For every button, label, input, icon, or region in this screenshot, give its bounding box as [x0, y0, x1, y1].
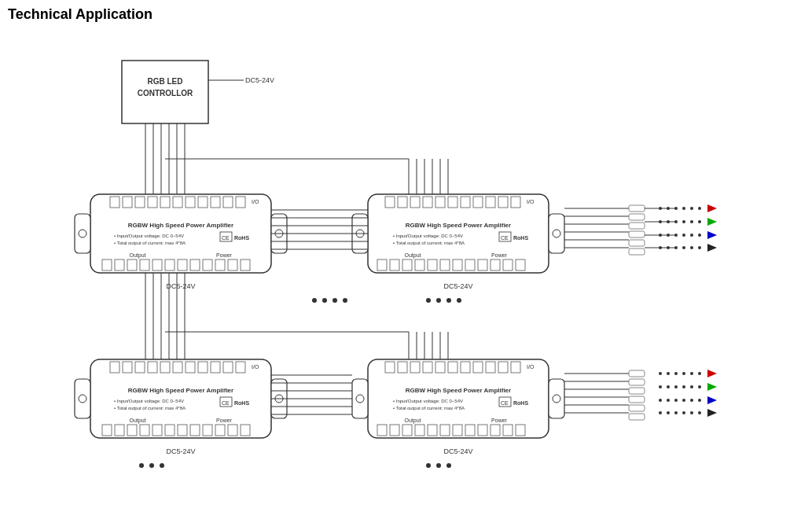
svg-point-96 [446, 298, 451, 303]
svg-rect-214 [473, 362, 483, 373]
svg-rect-45 [127, 259, 137, 271]
svg-point-292 [343, 298, 347, 303]
svg-point-114 [682, 207, 685, 210]
svg-point-257 [674, 372, 678, 375]
svg-point-129 [674, 234, 678, 237]
svg-text:I/O: I/O [527, 364, 535, 370]
svg-point-97 [457, 298, 461, 303]
svg-text:Output: Output [404, 418, 421, 424]
diagram-area: RGB LED CONTROLLOR DC5-24V I/O RGBW High… [0, 29, 812, 530]
svg-rect-85 [428, 259, 437, 271]
svg-rect-187 [115, 425, 124, 436]
svg-rect-174 [211, 362, 220, 373]
svg-text:I/O: I/O [252, 364, 259, 370]
svg-rect-51 [203, 259, 212, 271]
svg-point-116 [698, 207, 701, 210]
svg-point-139 [690, 246, 693, 249]
svg-point-264 [674, 385, 678, 388]
svg-rect-191 [165, 425, 175, 436]
svg-rect-107 [629, 231, 645, 237]
svg-point-123 [690, 220, 693, 223]
svg-text:Power: Power [216, 252, 233, 258]
svg-rect-217 [511, 362, 520, 373]
svg-rect-195 [215, 425, 225, 436]
svg-marker-141 [707, 244, 717, 252]
svg-point-111 [659, 207, 662, 210]
svg-point-127 [659, 234, 662, 237]
svg-point-276 [659, 411, 662, 414]
svg-text:• Total output of current: max: • Total output of current: max 4*8A [393, 406, 465, 410]
svg-text:CE: CE [222, 235, 230, 241]
svg-rect-86 [440, 259, 450, 271]
svg-rect-30 [198, 197, 208, 208]
svg-text:• Input/Output voltage: DC 0~5: • Input/Output voltage: DC 0~54V [393, 399, 463, 403]
svg-point-263 [667, 385, 670, 388]
svg-rect-46 [140, 259, 149, 271]
svg-point-95 [436, 298, 441, 303]
svg-text:RGB LED: RGB LED [148, 77, 183, 86]
svg-rect-82 [390, 259, 399, 271]
svg-point-262 [659, 385, 662, 388]
svg-rect-235 [478, 425, 487, 436]
svg-text:• Input/Output voltage: DC 0~5: • Input/Output voltage: DC 0~54V [114, 399, 184, 403]
svg-rect-228 [390, 425, 399, 436]
svg-rect-52 [215, 259, 225, 271]
svg-text:• Total output of current: max: • Total output of current: max 4*8A [114, 406, 186, 410]
svg-rect-251 [629, 388, 645, 394]
svg-point-260 [698, 372, 701, 375]
svg-point-136 [667, 246, 670, 249]
svg-marker-125 [707, 218, 717, 226]
svg-rect-232 [440, 425, 450, 436]
svg-rect-27 [160, 197, 170, 208]
svg-point-242 [446, 463, 451, 468]
svg-rect-193 [190, 425, 200, 436]
svg-rect-236 [491, 425, 500, 436]
svg-point-267 [698, 385, 701, 388]
svg-rect-70 [498, 197, 508, 208]
svg-rect-64 [423, 197, 432, 208]
svg-rect-24 [123, 197, 132, 208]
svg-rect-65 [435, 197, 445, 208]
svg-marker-268 [707, 383, 717, 391]
svg-point-240 [426, 463, 431, 468]
svg-rect-43 [102, 259, 112, 271]
svg-rect-29 [186, 197, 195, 208]
svg-rect-61 [385, 197, 395, 208]
svg-text:• Total output of current: max: • Total output of current: max 4*8A [393, 241, 465, 245]
svg-rect-229 [402, 425, 412, 436]
svg-text:RGBW High Speed Power Amplifie: RGBW High Speed Power Amplifier [128, 222, 233, 229]
svg-rect-28 [173, 197, 182, 208]
svg-rect-23 [110, 197, 119, 208]
svg-rect-69 [486, 197, 495, 208]
svg-rect-106 [629, 223, 645, 229]
page-title: Technical Application [0, 0, 812, 29]
svg-point-120 [667, 220, 670, 223]
svg-rect-84 [415, 259, 424, 271]
svg-text:Output: Output [129, 418, 145, 424]
svg-point-280 [690, 411, 693, 414]
svg-rect-176 [236, 362, 245, 373]
svg-rect-63 [410, 197, 420, 208]
svg-point-131 [690, 234, 693, 237]
svg-point-258 [682, 372, 685, 375]
svg-rect-44 [115, 259, 124, 271]
svg-text:I/O: I/O [527, 199, 535, 204]
svg-text:DC5-24V: DC5-24V [443, 282, 472, 290]
svg-point-119 [659, 220, 662, 223]
svg-point-122 [682, 220, 685, 223]
svg-point-206 [553, 395, 560, 403]
svg-rect-109 [629, 248, 645, 255]
svg-rect-216 [498, 362, 508, 373]
svg-point-290 [322, 298, 327, 303]
svg-rect-32 [223, 197, 233, 208]
svg-point-140 [698, 246, 701, 249]
svg-rect-88 [465, 259, 475, 271]
svg-point-94 [426, 298, 431, 303]
svg-rect-249 [629, 370, 645, 377]
svg-rect-166 [110, 362, 119, 373]
svg-point-269 [659, 399, 662, 402]
svg-rect-175 [223, 362, 233, 373]
svg-rect-33 [236, 197, 245, 208]
svg-rect-67 [461, 197, 470, 208]
svg-rect-196 [228, 425, 237, 436]
